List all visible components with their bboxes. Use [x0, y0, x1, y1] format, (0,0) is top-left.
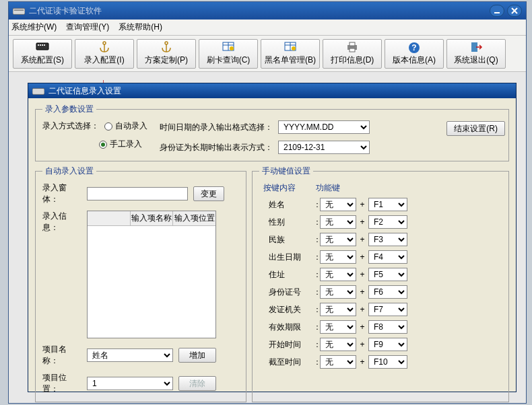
key-fn-select[interactable]: F9	[368, 338, 407, 351]
key-fn-select[interactable]: F2	[368, 215, 407, 229]
key-fn-select[interactable]: F7	[368, 303, 407, 316]
key-fn-select[interactable]: F6	[368, 285, 407, 299]
key-fn-select[interactable]: F3	[368, 233, 407, 246]
radio-auto[interactable]: 自动录入	[104, 120, 147, 132]
manual-legend: 手动键值设置	[259, 165, 313, 177]
radio-manual[interactable]: 手工录入	[99, 139, 142, 150]
date-format-select[interactable]: YYYY.MM.DD	[278, 120, 370, 134]
svg-rect-20	[350, 48, 355, 52]
add-button[interactable]: 增加	[178, 348, 216, 363]
window-input[interactable]	[87, 187, 188, 200]
menu-query[interactable]: 查询管理(Y)	[66, 22, 109, 33]
printer-icon	[345, 41, 359, 53]
anchor-icon	[160, 41, 173, 53]
table-icon	[284, 41, 297, 53]
key-fn-select[interactable]: F5	[368, 268, 407, 281]
dialog-titlebar: 二代证信息录入设置	[28, 83, 516, 98]
colon: ：	[313, 339, 317, 351]
params-fieldset: 录入参数设置 录入方式选择： 自动录入 手工录入 时间日期的录入输出格式选	[35, 104, 509, 161]
toolbar-plan[interactable]: 方案定制(P)	[137, 39, 196, 69]
svg-rect-6	[42, 44, 43, 46]
minimize-button[interactable]	[490, 5, 504, 17]
toolbar-version[interactable]: ?版本信息(A)	[385, 39, 444, 69]
key-fn-select[interactable]: F8	[368, 320, 407, 334]
colon: ：	[313, 322, 317, 333]
menu-system[interactable]: 系统维护(W)	[11, 22, 57, 33]
svg-rect-1	[14, 9, 24, 11]
toolbar-inputconfig[interactable]: 录入配置(I)	[75, 39, 134, 69]
svg-rect-19	[350, 42, 355, 46]
key-row: 有效期限：无+F8	[259, 320, 502, 334]
key-modifier-select[interactable]: 无	[320, 250, 356, 264]
toolbar-exit[interactable]: 系统退出(Q)	[446, 39, 506, 69]
long-term-select[interactable]: 2109-12-31	[278, 141, 370, 154]
toolbar-label: 打印信息(D)	[331, 54, 374, 66]
toolbar-blacklist[interactable]: 黑名单管理(B)	[261, 39, 320, 69]
proj-pos-select[interactable]: 1	[87, 377, 173, 390]
proj-name-label: 项目名称：	[42, 344, 81, 367]
toolbar-label: 刷卡查询(C)	[207, 54, 251, 66]
svg-rect-5	[40, 44, 41, 46]
key-row: 性别：无+F2	[259, 215, 502, 229]
close-button[interactable]	[507, 5, 522, 17]
plus-label: +	[359, 357, 366, 367]
colon: ：	[313, 199, 317, 211]
key-modifier-select[interactable]: 无	[320, 198, 356, 211]
key-row: 住址：无+F5	[259, 268, 502, 281]
toolbar-label: 版本信息(A)	[393, 54, 436, 66]
key-label: 住址	[269, 269, 310, 281]
key-fn-select[interactable]: F10	[368, 355, 407, 369]
key-label: 截至时间	[269, 357, 310, 368]
help-icon: ?	[407, 41, 421, 53]
key-modifier-select[interactable]: 无	[320, 355, 356, 369]
date-format-label: 时间日期的录入输出格式选择：	[160, 122, 273, 133]
key-modifier-select[interactable]: 无	[320, 233, 356, 246]
key-modifier-select[interactable]: 无	[320, 303, 356, 316]
proj-name-select[interactable]: 姓名	[87, 348, 173, 362]
key-fn-select[interactable]: F1	[368, 198, 407, 211]
key-row: 民族：无+F3	[259, 233, 502, 246]
toolbar-sysconfig[interactable]: 系统配置(S)	[13, 39, 72, 69]
info-label: 录入信息：	[42, 211, 81, 233]
dialog-icon	[32, 86, 44, 96]
key-label: 有效期限	[269, 322, 310, 333]
key-fn-select[interactable]: F4	[368, 250, 407, 264]
toolbar-print[interactable]: 打印信息(D)	[323, 39, 382, 69]
anchor-icon	[98, 41, 111, 53]
toolbar-cardquery[interactable]: 刷卡查询(C)	[199, 39, 258, 69]
dialog-title: 二代证信息录入设置	[48, 85, 121, 97]
change-button[interactable]: 变更	[193, 186, 224, 201]
key-modifier-select[interactable]: 无	[320, 268, 356, 281]
key-row: 截至时间：无+F10	[259, 355, 502, 369]
end-config-button[interactable]: 结束设置(R)	[446, 121, 505, 136]
key-modifier-select[interactable]: 无	[320, 320, 356, 334]
key-row: 开始时间：无+F9	[259, 338, 502, 351]
radio-manual-label: 手工录入	[110, 139, 142, 150]
key-modifier-select[interactable]: 无	[320, 285, 356, 299]
colon: ：	[313, 304, 317, 316]
key-row: 出生日期：无+F4	[259, 250, 502, 264]
keycontent-header: 按键内容	[263, 182, 316, 194]
main-titlebar: 二代证读卡验证软件	[9, 2, 526, 20]
svg-rect-4	[38, 44, 39, 46]
key-label: 身份证号	[269, 287, 310, 298]
info-grid[interactable]: 输入项名称 输入项位置	[87, 211, 216, 338]
svg-point-9	[165, 42, 168, 44]
toolbar-label: 系统退出(Q)	[454, 54, 498, 66]
radio-auto-label: 自动录入	[115, 120, 147, 132]
window-label: 录入窗体：	[42, 182, 81, 205]
svg-rect-0	[13, 8, 25, 14]
clear-button[interactable]: 清除	[178, 376, 216, 391]
colon: ：	[313, 252, 317, 263]
key-modifier-select[interactable]: 无	[320, 215, 356, 229]
colon: ：	[313, 269, 317, 281]
toolbar: 系统配置(S) 录入配置(I) 方案定制(P) 刷卡查询(C) 黑名单管理(B)…	[9, 36, 526, 72]
menu-help[interactable]: 系统帮助(H)	[119, 22, 162, 33]
main-title: 二代证读卡验证软件	[29, 5, 487, 17]
proj-pos-label: 项目位置：	[42, 372, 81, 395]
colon: ：	[313, 357, 317, 368]
key-modifier-select[interactable]: 无	[320, 338, 356, 351]
grid-col2: 输入项位置	[173, 211, 215, 225]
toolbar-label: 录入配置(I)	[84, 54, 124, 66]
svg-point-17	[292, 46, 296, 50]
